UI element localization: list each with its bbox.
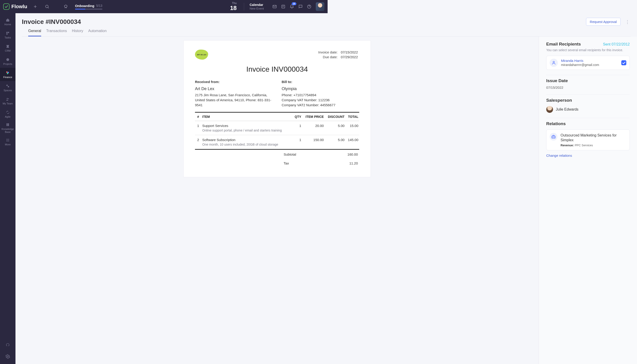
page-title: Invoice #INV000034 — [22, 18, 81, 26]
to-name: Olympia — [282, 86, 328, 91]
svg-point-15 — [8, 139, 9, 140]
tab-history[interactable]: History — [72, 29, 83, 36]
item-price: 150.00 — [302, 135, 325, 150]
nav-home[interactable]: Home — [0, 15, 16, 28]
calendar-title: Calendar — [250, 3, 264, 7]
svg-rect-4 — [6, 32, 8, 33]
tabs: General Transactions History Automation — [22, 26, 328, 37]
nav-agile[interactable]: Agile — [0, 108, 16, 120]
nav-crm[interactable]: CRM — [0, 42, 16, 54]
col-qty: QTY — [293, 112, 302, 121]
svg-point-19 — [6, 141, 7, 142]
tab-general[interactable]: General — [28, 29, 41, 36]
nav-projects[interactable]: Projects — [0, 54, 16, 68]
logo-icon — [3, 4, 10, 10]
agile-icon — [6, 110, 10, 115]
notifications-icon[interactable]: 16 — [288, 3, 296, 10]
invoice-meta: Invoice date: 07/15/2022 Due date: 07/29… — [317, 50, 328, 60]
nav-myteam[interactable]: My Team — [0, 94, 16, 108]
col-index: # — [195, 112, 201, 121]
received-from-label: Received from: — [195, 80, 272, 84]
spaces-icon — [6, 84, 10, 88]
nav-more[interactable]: More — [0, 135, 16, 148]
item-idx: 1 — [195, 121, 201, 135]
nav-label: Spaces — [4, 89, 12, 92]
bill-to-label: Bill to: — [282, 80, 328, 84]
svg-point-10 — [7, 73, 8, 74]
nav-knowledgebase[interactable]: Knowledge Base — [0, 120, 16, 135]
search-button[interactable] — [43, 3, 51, 10]
nav-label: CRM — [5, 49, 10, 52]
home-icon — [6, 18, 10, 22]
onboarding-count: 5/13 — [96, 4, 102, 8]
item-desc: Online support portal, phone / email and… — [202, 128, 292, 132]
help-icon[interactable] — [305, 3, 313, 10]
nav-spaces[interactable]: Spaces — [0, 81, 16, 94]
calendar-daynum: 18 — [230, 5, 236, 12]
item-name: Software Subscription — [202, 138, 292, 142]
col-price: ITEM PRICE — [302, 112, 325, 121]
svg-point-21 — [8, 141, 9, 142]
tasks-icon — [6, 31, 10, 36]
calendar-block[interactable]: Calendar New Event — [250, 3, 265, 10]
item-discount: 5.00 — [325, 135, 328, 150]
notification-badge: 16 — [292, 2, 296, 5]
line-items-table: # ITEM QTY ITEM PRICE DISCOUNT TOTAL 1 — [195, 112, 328, 150]
svg-point-16 — [6, 140, 7, 140]
more-icon — [6, 138, 10, 142]
onboarding-label: Onboarding — [75, 4, 94, 8]
line-item-row: 2 Software Subscription One month, 10 us… — [195, 135, 328, 150]
item-price: 20.00 — [302, 121, 325, 135]
col-discount: DISCOUNT — [325, 112, 328, 121]
user-avatar[interactable] — [316, 2, 324, 11]
svg-point-14 — [8, 139, 8, 140]
nav-finance[interactable]: Finance — [0, 68, 16, 81]
nav-label: Knowledge Base — [0, 128, 16, 133]
svg-point-17 — [8, 140, 8, 140]
invoice-date-label: Invoice date: — [317, 50, 328, 54]
nav-label: Tasks — [4, 36, 11, 39]
invoice-document: ART DE LEX Invoice date: 07/15/2022 Due … — [183, 40, 328, 177]
nav-label: Projects — [3, 62, 12, 65]
crm-icon — [6, 44, 10, 49]
logo[interactable]: Flowlu — [3, 4, 27, 10]
company-logo: ART DE LEX — [195, 50, 208, 60]
tab-transactions[interactable]: Transactions — [46, 29, 67, 36]
svg-point-18 — [8, 140, 9, 140]
pin-button[interactable] — [62, 3, 70, 10]
nav-label: More — [5, 143, 10, 146]
svg-point-0 — [46, 5, 48, 8]
page-header: Invoice #INV000034 Request Approval ⋮ Ge… — [16, 13, 328, 37]
finance-icon — [6, 70, 10, 75]
kb-icon — [6, 122, 10, 127]
content-row: ART DE LEX Invoice date: 07/15/2022 Due … — [16, 37, 328, 189]
col-item: ITEM — [201, 112, 293, 121]
from-body: 2175 Jim Rosa Lane, San Francisco, Calif… — [195, 92, 272, 108]
tab-automation[interactable]: Automation — [88, 29, 107, 36]
main-body: Invoice #INV000034 Request Approval ⋮ Ge… — [16, 13, 328, 189]
invoice-area: ART DE LEX Invoice date: 07/15/2022 Due … — [16, 37, 328, 189]
onboarding-progress[interactable]: Onboarding 5/13 — [74, 4, 102, 10]
calendar-date[interactable]: Thu 18 — [230, 2, 239, 12]
svg-point-20 — [8, 141, 8, 142]
svg-point-8 — [6, 72, 8, 73]
to-vat2: Company VAT2 Number: 44556677 — [282, 102, 328, 108]
item-discount: 5.00 — [325, 121, 328, 135]
svg-rect-5 — [8, 32, 9, 33]
new-event-link: New Event — [250, 7, 264, 10]
item-qty: 1 — [293, 121, 302, 135]
chat-icon[interactable] — [297, 3, 304, 10]
svg-point-7 — [6, 58, 9, 61]
inbox-icon[interactable] — [271, 3, 278, 10]
logo-text: Flowlu — [12, 4, 27, 10]
to-phone: Phone: +71017754894 — [282, 92, 328, 98]
team-icon — [6, 97, 10, 102]
nav-tasks[interactable]: Tasks — [0, 28, 16, 42]
svg-point-12 — [8, 98, 9, 99]
nav-label: Agile — [5, 115, 10, 118]
notes-icon[interactable] — [279, 3, 287, 10]
item-desc: One month, 10 users included, 20GB of cl… — [202, 143, 292, 146]
top-bar: Flowlu Onboarding 5/13 Thu 18 Calendar N… — [0, 0, 328, 13]
add-button[interactable] — [32, 3, 39, 10]
item-qty: 1 — [293, 135, 302, 150]
